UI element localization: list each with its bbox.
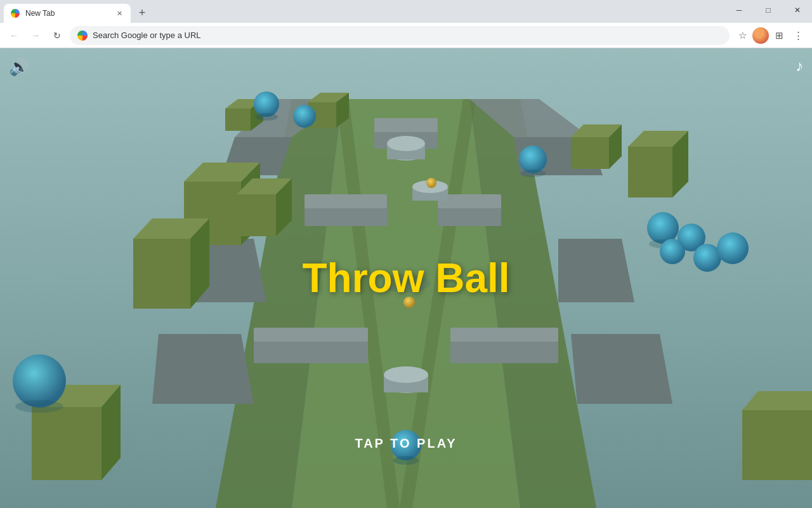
svg-point-30 <box>426 178 436 188</box>
svg-point-64 <box>15 400 63 413</box>
svg-point-61 <box>255 113 278 121</box>
tab-favicon <box>10 8 20 18</box>
menu-button[interactable]: ⋮ <box>789 27 807 44</box>
reload-button[interactable]: ↻ <box>48 27 66 44</box>
minimize-button[interactable]: ─ <box>724 0 754 20</box>
svg-point-68 <box>660 239 685 264</box>
active-tab[interactable]: New Tab ✕ <box>4 4 131 23</box>
title-bar: New Tab ✕ + ─ □ ✕ <box>0 0 812 23</box>
address-text: Search Google or type a URL <box>93 30 722 40</box>
svg-rect-23 <box>450 328 558 342</box>
new-tab-button[interactable]: + <box>133 4 151 22</box>
svg-rect-16 <box>304 207 387 226</box>
game-area[interactable]: 🔊 ♪ Throw Ball TAP TO PLAY <box>0 48 812 508</box>
svg-rect-20 <box>254 340 368 363</box>
back-button[interactable]: ← <box>5 27 23 44</box>
maximize-button[interactable]: □ <box>754 0 783 20</box>
sound-button[interactable]: 🔊 <box>9 57 29 77</box>
svg-marker-13 <box>571 334 672 404</box>
svg-marker-52 <box>628 147 672 197</box>
svg-point-70 <box>717 232 749 264</box>
game-scene: 🔊 ♪ Throw Ball TAP TO PLAY <box>0 48 812 508</box>
svg-point-71 <box>519 145 547 173</box>
svg-rect-18 <box>438 207 501 226</box>
toolbar-right: ☆ ⊞ ⋮ <box>733 27 807 44</box>
svg-marker-12 <box>558 239 634 302</box>
svg-rect-17 <box>304 194 387 208</box>
svg-point-26 <box>387 136 425 151</box>
close-button[interactable]: ✕ <box>783 0 812 20</box>
svg-point-74 <box>393 456 419 465</box>
address-google-icon <box>77 30 88 41</box>
svg-point-72 <box>520 170 546 177</box>
nav-bar: ← → ↻ Search Google or type a URL ☆ ⊞ ⋮ <box>0 23 812 48</box>
svg-rect-21 <box>254 328 368 342</box>
forward-button[interactable]: → <box>27 27 44 44</box>
svg-marker-55 <box>742 410 812 480</box>
game-background-svg <box>0 48 812 508</box>
music-button[interactable]: ♪ <box>796 57 803 75</box>
tab-strip: New Tab ✕ + <box>0 4 724 23</box>
svg-point-63 <box>13 354 66 408</box>
svg-marker-9 <box>152 334 254 404</box>
svg-point-62 <box>293 105 316 128</box>
address-bar[interactable]: Search Google or type a URL <box>70 26 730 45</box>
svg-marker-40 <box>571 137 609 169</box>
google-logo-icon <box>11 9 20 18</box>
tab-close-button[interactable]: ✕ <box>114 8 124 18</box>
profile-avatar[interactable] <box>752 27 769 44</box>
svg-marker-49 <box>32 407 102 480</box>
svg-point-75 <box>403 297 415 308</box>
tab-title: New Tab <box>25 9 109 18</box>
svg-point-73 <box>391 430 421 460</box>
svg-rect-15 <box>374 118 438 132</box>
window-controls: ─ □ ✕ <box>724 0 812 23</box>
extension-button[interactable]: ⊞ <box>770 27 788 44</box>
svg-marker-34 <box>225 109 251 131</box>
svg-point-33 <box>384 366 428 383</box>
svg-point-76 <box>382 274 430 293</box>
svg-marker-46 <box>133 239 190 309</box>
bookmark-button[interactable]: ☆ <box>733 27 751 44</box>
svg-rect-22 <box>450 340 558 363</box>
svg-marker-57 <box>237 194 276 236</box>
